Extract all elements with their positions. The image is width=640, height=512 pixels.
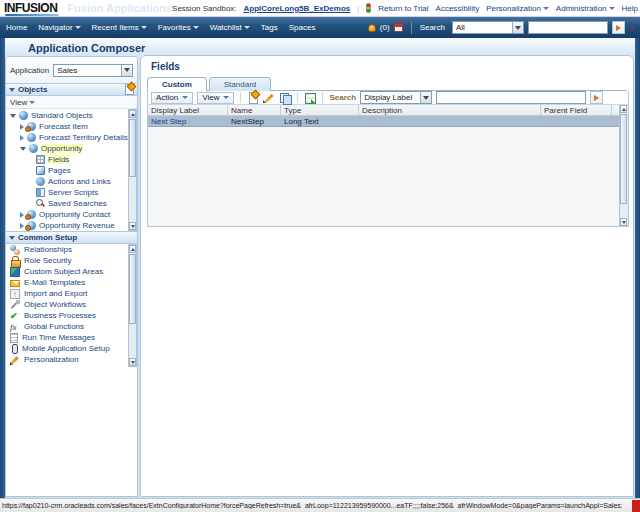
objects-view-menu[interactable]: View [6, 96, 137, 109]
edit-field-icon[interactable] [263, 92, 275, 104]
column-display-label[interactable]: Display Label [148, 105, 228, 115]
sandbox-status-icon [366, 3, 371, 13]
tree-item-forecast-territory-details[interactable]: Forecast Territory Details [6, 132, 137, 143]
common-setup-mobile-application-setup[interactable]: Mobile Application Setup [6, 343, 137, 354]
tab-custom[interactable]: Custom [147, 77, 207, 91]
help-menu[interactable]: Help [622, 4, 640, 13]
column-type[interactable]: Type [281, 105, 359, 115]
nav-watchlist[interactable]: Watchlist [210, 23, 250, 32]
nav-tags[interactable]: Tags [261, 23, 278, 32]
session-sandbox-link[interactable]: ApplCoreLong5B_ExDemos [244, 4, 351, 13]
scroll-down-icon[interactable] [129, 358, 136, 366]
common-setup-run-time-messages[interactable]: Run Time Messages [6, 332, 137, 343]
common-setup-relationships[interactable]: Relationships [6, 244, 137, 255]
export-to-excel-icon[interactable] [304, 92, 316, 104]
common-setup-custom-subject-areas[interactable]: Custom Subject Areas [6, 266, 137, 277]
collapsed-icon[interactable] [20, 135, 24, 141]
object-sphere-icon [27, 133, 36, 142]
duplicate-field-icon[interactable] [279, 92, 291, 104]
tree-item-saved-searches[interactable]: Saved Searches [6, 198, 137, 209]
nav-navigator[interactable]: Navigator [38, 23, 80, 32]
scroll-up-icon[interactable] [129, 245, 136, 253]
collapsed-icon[interactable] [20, 124, 24, 130]
fields-icon [36, 155, 45, 164]
pencil-icon [10, 355, 20, 365]
common-setup-object-workflows[interactable]: Object Workflows [6, 299, 137, 310]
tree-item-standard-objects[interactable]: Standard Objects [6, 110, 137, 121]
notifications-count: (0) [380, 23, 390, 32]
nav-favorites[interactable]: Favorites [158, 23, 199, 32]
chevron-down-icon [223, 96, 229, 99]
table-search-go-button[interactable] [590, 91, 603, 104]
nav-spaces[interactable]: Spaces [289, 23, 316, 32]
dropdown-arrow-icon [512, 22, 523, 33]
common-setup-personalization[interactable]: Personalization [6, 354, 137, 365]
column-parent-field[interactable]: Parent Field [541, 105, 612, 115]
scroll-up-icon[interactable] [129, 110, 136, 118]
search-by-select[interactable]: Display Label [360, 91, 432, 104]
scroll-up-icon[interactable] [620, 105, 627, 113]
common-setup-header[interactable]: Common Setup [6, 231, 137, 244]
nav-recent-items[interactable]: Recent Items [92, 23, 147, 32]
common-setup-business-processes[interactable]: Business Processes [6, 310, 137, 321]
column-description[interactable]: Description [359, 105, 541, 115]
scroll-down-icon[interactable] [620, 218, 627, 226]
accessibility-link[interactable]: Accessibility [436, 4, 480, 13]
return-to-trial-link[interactable]: Return to Trial [378, 4, 428, 13]
table-scrollbar[interactable] [619, 105, 628, 226]
actions-links-icon [36, 177, 45, 186]
object-sphere-icon [29, 144, 38, 153]
nav-home[interactable]: Home [6, 23, 27, 32]
statusbar-accent [632, 500, 640, 512]
tab-standard[interactable]: Standard [209, 77, 271, 91]
objects-panel-title: Objects [18, 85, 47, 94]
tree-item-fields[interactable]: Fields [6, 154, 137, 165]
calendar-icon[interactable] [394, 23, 403, 32]
tree-item-server-scripts[interactable]: Server Scripts [6, 187, 137, 198]
expand-icon[interactable] [20, 147, 26, 151]
tree-item-opportunity-revenue[interactable]: Opportunity Revenue [6, 220, 137, 231]
table-search-input[interactable] [436, 91, 586, 104]
advanced-search-icon[interactable]: » [629, 23, 634, 33]
column-name[interactable]: Name [228, 105, 281, 115]
create-field-icon[interactable] [247, 92, 259, 104]
scrollbar-thumb[interactable] [129, 119, 136, 177]
action-menu-button[interactable]: Action [151, 92, 193, 104]
object-sphere-icon [27, 221, 36, 230]
common-setup-global-functions[interactable]: Global Functions [6, 321, 137, 332]
administration-menu[interactable]: Administration [556, 4, 615, 13]
collapsed-icon[interactable] [20, 223, 24, 229]
field-display-label-link[interactable]: Next Step [148, 116, 228, 126]
objects-tree-scrollbar[interactable] [128, 109, 137, 231]
chevron-down-icon [75, 26, 81, 29]
tree-item-opportunity[interactable]: Opportunity [6, 143, 137, 154]
tree-item-forecast-item[interactable]: Forecast Item [6, 121, 137, 132]
notifications-bell-icon[interactable] [368, 24, 376, 32]
scrollbar-thumb[interactable] [129, 254, 136, 324]
scroll-down-icon[interactable] [129, 222, 136, 230]
pages-icon [36, 166, 45, 175]
common-setup-email-templates[interactable]: E-Mail Templates [6, 277, 137, 288]
objects-panel-header[interactable]: Objects [6, 83, 137, 96]
scrollbar-thumb[interactable] [620, 114, 627, 204]
common-setup-import-export[interactable]: Import and Export [6, 288, 137, 299]
global-search-input[interactable] [528, 21, 608, 34]
tree-item-opportunity-contact[interactable]: Opportunity Contact [6, 209, 137, 220]
common-setup-scrollbar[interactable] [128, 244, 137, 367]
common-setup-title: Common Setup [18, 233, 77, 242]
personalization-menu[interactable]: Personalization [486, 4, 549, 13]
search-go-button[interactable] [612, 21, 625, 34]
expand-icon[interactable] [10, 114, 16, 118]
view-menu-button[interactable]: View [197, 92, 234, 104]
table-row[interactable]: Next Step NextStep Long Text [148, 116, 628, 127]
tree-item-pages[interactable]: Pages [6, 165, 137, 176]
collapsed-icon[interactable] [20, 212, 24, 218]
common-setup-role-security[interactable]: Role Security [6, 255, 137, 266]
new-object-icon[interactable] [125, 84, 134, 95]
application-select[interactable]: Sales [53, 64, 133, 77]
main-navbar: Home Navigator Recent Items Favorites Wa… [0, 17, 640, 38]
fields-table: Display Label Name Type Description Pare… [148, 105, 628, 226]
collapse-icon [9, 236, 15, 240]
search-scope-select[interactable]: All [452, 21, 524, 34]
tree-item-actions-and-links[interactable]: Actions and Links [6, 176, 137, 187]
